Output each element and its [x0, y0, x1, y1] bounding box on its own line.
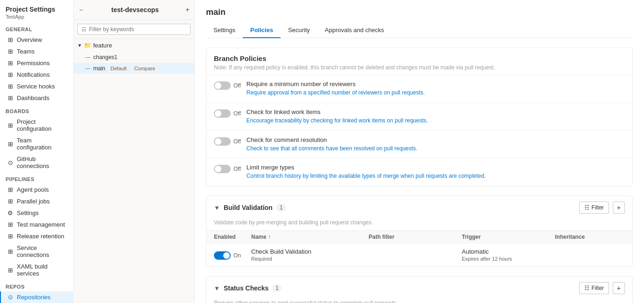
branch-icon: ⸻: [85, 65, 90, 72]
sidebar-item-permissions[interactable]: ⊞Permissions: [0, 57, 73, 69]
filter-input-wrapper: ☷: [77, 24, 191, 35]
toggle-label-min-reviewers: Off: [233, 82, 241, 89]
sidebar-icon-service-connections: ⊞: [7, 248, 14, 255]
policy-content-comment-resolution: Check for comment resolution Check to se…: [247, 136, 625, 153]
col-header-name-bv: Name ↑: [251, 234, 369, 240]
sidebar-item-project-config[interactable]: ⊞Project configuration: [0, 116, 73, 135]
toggle-switch-merge-types[interactable]: [214, 165, 231, 173]
sidebar-item-parallel-jobs[interactable]: ⊞Parallel jobs: [0, 195, 73, 207]
sidebar-label-repositories: Repositories: [17, 294, 50, 301]
add-branch-button[interactable]: +: [185, 6, 190, 14]
status-checks-title: Status Checks: [224, 284, 268, 292]
sidebar-item-service-connections[interactable]: ⊞Service connections: [0, 242, 73, 261]
sidebar-item-notifications[interactable]: ⊞Notifications: [0, 69, 73, 81]
sidebar-item-overview[interactable]: ⊞Overview: [0, 34, 73, 46]
branch-group-feature[interactable]: ▼ 📁 feature: [74, 39, 194, 52]
build-validation-add-btn[interactable]: +: [613, 202, 625, 214]
build-validation-collapse[interactable]: ▼: [214, 204, 220, 211]
sidebar-item-team-config[interactable]: ⊞Team configuration: [0, 135, 73, 153]
filter-bar: ☷: [74, 20, 194, 39]
sidebar-item-settings[interactable]: ⚙Settings: [0, 207, 73, 219]
status-checks-collapse[interactable]: ▼: [214, 285, 220, 292]
build-validation-subtitle: Validate code by pre-merging and buildin…: [206, 219, 632, 230]
toggle-switch-linked-work[interactable]: [214, 109, 231, 118]
toggle-min-reviewers[interactable]: Off: [214, 81, 241, 90]
toggle-switch-comment-resolution[interactable]: [214, 137, 231, 146]
sidebar-item-agent-pools[interactable]: ⊞Agent pools: [0, 184, 73, 195]
toggle-merge-types[interactable]: Off: [214, 165, 241, 173]
branch-tag-default: Default: [108, 65, 129, 72]
sidebar-item-repositories[interactable]: ⊙Repositories: [0, 291, 73, 303]
branch-policies-title: Branch Policies: [214, 54, 625, 62]
sidebar-item-release-retention[interactable]: ⊞Release retention: [0, 230, 73, 242]
filter-icon: ☷: [82, 27, 86, 33]
toggle-label-bv: On: [233, 252, 241, 259]
toggle-build-validation[interactable]: On: [214, 251, 251, 260]
row-enabled-bv: On: [214, 250, 251, 260]
sidebar-label-xaml-build: XAML build services: [17, 263, 68, 277]
filter-icon-sc: ☷: [584, 285, 589, 291]
policy-desc-min-reviewers: Require approval from a specified number…: [247, 89, 625, 97]
branch-tree: ▼ 📁 feature ⸻ changes1 ⸻ main Default Co…: [74, 39, 194, 303]
project-subtitle: TestApp: [6, 14, 24, 20]
policy-item-min-reviewers: Off Require a minimum number of reviewer…: [206, 74, 632, 102]
filter-icon: ☷: [584, 204, 589, 211]
sidebar-item-dashboards[interactable]: ⊞Dashboards: [0, 92, 73, 104]
filter-input[interactable]: [89, 26, 186, 33]
sidebar-label-github-connections: GitHub connections: [17, 155, 68, 169]
sidebar-header: Project Settings TestApp: [0, 0, 73, 22]
branch-icon: ⸻: [85, 54, 90, 61]
status-checks-actions: ☷ Filter +: [579, 282, 625, 294]
sidebar-icon-agent-pools: ⊞: [7, 186, 14, 193]
sidebar-label-release-retention: Release retention: [17, 233, 64, 240]
col-header-inheritance-bv: Inheritance: [555, 234, 625, 240]
branch-panel-header: ← test-devsecops +: [74, 0, 194, 20]
main-content: main Settings Policies Security Approval…: [195, 0, 644, 303]
sidebar-label-project-config: Project configuration: [17, 118, 68, 132]
tab-security[interactable]: Security: [281, 23, 317, 38]
sidebar-section-repos: Repos: [0, 279, 73, 291]
sidebar-label-permissions: Permissions: [17, 60, 50, 67]
sidebar-label-notifications: Notifications: [17, 71, 50, 78]
build-validation-header: ▼ Build Validation 1 ☷ Filter +: [206, 196, 632, 219]
row-trigger-sub-bv: Expires after 12 hours: [462, 256, 555, 262]
sidebar-icon-overview: ⊞: [7, 36, 14, 43]
sidebar-icon-teams: ⊞: [7, 48, 14, 55]
row-trigger-group-bv: Automatic Expires after 12 hours: [462, 248, 555, 262]
tab-settings[interactable]: Settings: [206, 23, 243, 38]
status-checks-title-group: ▼ Status Checks 1: [214, 284, 282, 292]
filter-label-sc: Filter: [591, 285, 604, 291]
sidebar-item-github-connections[interactable]: ⊙GitHub connections: [0, 153, 73, 172]
page-title: main: [206, 7, 633, 17]
sidebar-item-teams[interactable]: ⊞Teams: [0, 46, 73, 57]
tab-approvals[interactable]: Approvals and checks: [317, 23, 391, 38]
toggle-switch-bv[interactable]: [214, 251, 231, 260]
sidebar-label-agent-pools: Agent pools: [17, 186, 49, 193]
branch-item-changes1[interactable]: ⸻ changes1: [74, 52, 194, 63]
sidebar-icon-team-config: ⊞: [7, 141, 14, 148]
policy-title-merge-types: Limit merge types: [247, 164, 625, 171]
status-checks-subtitle: Require other services to post successfu…: [206, 300, 632, 303]
toggle-switch-min-reviewers[interactable]: [214, 81, 231, 90]
back-button[interactable]: ←: [78, 6, 85, 13]
toggle-linked-work[interactable]: Off: [214, 109, 241, 118]
toggle-comment-resolution[interactable]: Off: [214, 137, 241, 146]
branch-name: changes1: [93, 54, 117, 61]
status-checks-filter-btn[interactable]: ☷ Filter: [579, 282, 609, 294]
sidebar-item-xaml-build[interactable]: ⊞XAML build services: [0, 261, 73, 279]
tabs-bar: Settings Policies Security Approvals and…: [206, 23, 633, 38]
filter-label: Filter: [591, 204, 604, 211]
branch-item-main[interactable]: ⸻ main Default Compare: [74, 63, 194, 74]
sidebar-icon-permissions: ⊞: [7, 60, 14, 67]
branch-policies-header: Branch Policies Note: If any required po…: [206, 48, 632, 74]
branch-policies-subtitle: Note: If any required policy is enabled,…: [214, 64, 625, 71]
sidebar-item-test-management[interactable]: ⊞Test management: [0, 219, 73, 230]
status-checks-add-btn[interactable]: +: [613, 282, 625, 294]
sidebar-section-boards: Boards: [0, 104, 73, 116]
status-checks-count: 1: [272, 284, 282, 292]
build-validation-filter-btn[interactable]: ☷ Filter: [579, 202, 609, 214]
tab-policies[interactable]: Policies: [243, 23, 281, 38]
policy-title-comment-resolution: Check for comment resolution: [247, 136, 625, 143]
sidebar-item-service-hooks[interactable]: ⊞Service hooks: [0, 81, 73, 92]
policy-desc-comment-resolution: Check to see that all comments have been…: [247, 145, 625, 153]
